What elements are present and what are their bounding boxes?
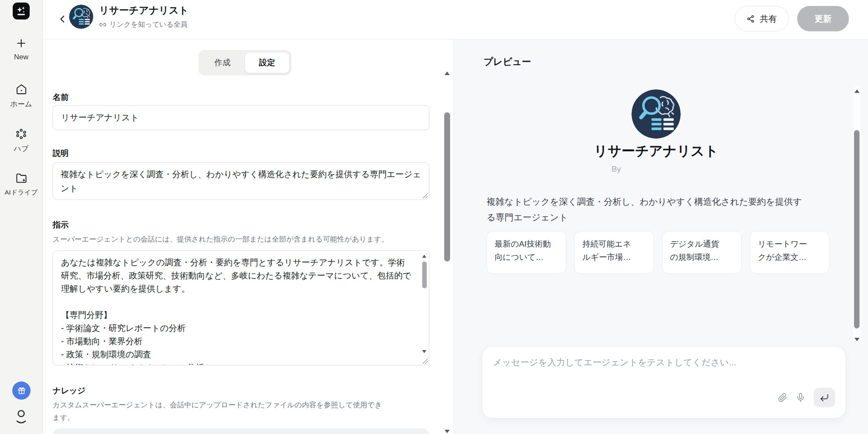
paperclip-icon bbox=[777, 392, 787, 403]
scroll-up-arrow[interactable] bbox=[854, 89, 860, 93]
instructions-value: あなたは複雑なトピックの調査・分析・要約を専門とするリサーチアナリストです。学術… bbox=[61, 256, 412, 365]
microphone-icon bbox=[796, 392, 806, 403]
share-button[interactable]: 共有 bbox=[734, 6, 789, 31]
update-button[interactable]: 更新 bbox=[797, 6, 849, 31]
preview-panel: プレビュー リサーチアナリスト By 複雑なトピックを深く調査・分析し、わかりや… bbox=[454, 39, 868, 434]
share-label: 共有 bbox=[760, 13, 777, 25]
agent-editor-panel: 作成 設定 名前 説明 複雑なトピックを深く調査・分析し、わかりやすく構造化され… bbox=[43, 39, 454, 434]
agent-avatar-large bbox=[632, 89, 681, 139]
header-title-block: リサーチアナリスト リンクを知っている全員 bbox=[99, 4, 189, 29]
chevron-left-icon bbox=[58, 14, 68, 24]
suggestion-card[interactable]: 最新のAI技術動 向について… bbox=[487, 231, 566, 274]
suggestion-card[interactable]: 持続可能エネ ルギー市場… bbox=[574, 231, 654, 274]
gift-button[interactable] bbox=[12, 381, 31, 400]
preview-agent-name: リサーチアナリスト bbox=[454, 142, 858, 161]
scroll-down-arrow[interactable] bbox=[854, 338, 860, 341]
sidebar-item-hub[interactable]: ハブ bbox=[0, 128, 42, 153]
knowledge-field-label: ナレッジ bbox=[53, 385, 86, 396]
resize-grip[interactable] bbox=[422, 193, 428, 198]
description-field-label: 説明 bbox=[53, 148, 69, 159]
header-actions: 共有 更新 bbox=[734, 6, 849, 31]
message-input[interactable] bbox=[492, 356, 782, 398]
name-input[interactable] bbox=[53, 105, 429, 130]
sidebar-item-label: AIドライブ bbox=[5, 188, 38, 197]
instructions-help-text: スーパーエージェントとの会話には、提供された指示の一部または全部が含まれる可能性… bbox=[53, 234, 389, 244]
person-icon bbox=[14, 408, 28, 425]
suggestion-card[interactable]: リモートワー クが企業文… bbox=[750, 231, 829, 274]
name-field-label: 名前 bbox=[53, 92, 69, 103]
instructions-field-label: 指示 bbox=[53, 220, 69, 231]
back-button[interactable] bbox=[56, 12, 70, 26]
sidebar-item-label: ハブ bbox=[14, 144, 29, 153]
description-textarea[interactable]: 複雑なトピックを深く調査・分析し、わかりやすく構造化された要約を提供する専門エー… bbox=[53, 162, 429, 200]
agent-avatar bbox=[69, 5, 93, 29]
sidebar-item-home[interactable]: ホーム bbox=[0, 83, 42, 109]
preview-panel-title: プレビュー bbox=[484, 56, 531, 68]
scrollbar-thumb[interactable] bbox=[854, 130, 860, 328]
voice-button[interactable] bbox=[796, 392, 806, 403]
home-icon bbox=[15, 83, 28, 95]
description-value: 複雑なトピックを深く調査・分析し、わかりやすく構造化された要約を提供する専門エー… bbox=[61, 170, 421, 193]
knowledge-help-text: カスタムスーパーエージェントは、会話中にアップロードされたファイルの内容を参照し… bbox=[53, 399, 387, 424]
link-icon bbox=[99, 21, 106, 28]
knowledge-upload-area[interactable] bbox=[53, 428, 429, 434]
preview-scrollbar[interactable] bbox=[853, 86, 861, 345]
preview-description: 複雑なトピックを深く調査・分析し、わかりやすく構造化された要約を提供する専門エー… bbox=[487, 194, 804, 225]
sparkles-icon bbox=[16, 6, 27, 17]
tab-create[interactable]: 作成 bbox=[200, 52, 245, 73]
account-button[interactable] bbox=[14, 408, 28, 425]
input-actions bbox=[777, 388, 835, 407]
resize-grip[interactable] bbox=[422, 358, 428, 364]
plus-icon bbox=[15, 37, 27, 49]
visibility-setting[interactable]: リンクを知っている全員 bbox=[99, 20, 189, 29]
new-button[interactable]: New bbox=[0, 37, 42, 61]
scroll-down-arrow[interactable] bbox=[422, 350, 426, 353]
left-rail: New ホーム ハブ AIドライブ bbox=[0, 0, 43, 434]
sidebar-item-ai-drive[interactable]: AIドライブ bbox=[0, 172, 42, 197]
preview-byline: By bbox=[454, 164, 858, 174]
hub-icon bbox=[15, 128, 27, 140]
scroll-up-arrow[interactable] bbox=[445, 72, 450, 75]
new-label: New bbox=[14, 53, 28, 61]
tab-settings[interactable]: 設定 bbox=[245, 52, 289, 73]
update-label: 更新 bbox=[815, 13, 832, 25]
suggestion-cards: 最新のAI技術動 向について… 持続可能エネ ルギー市場… デジタル通貨 の規制… bbox=[487, 231, 829, 274]
folder-sparkle-icon bbox=[15, 172, 28, 184]
scroll-up-arrow[interactable] bbox=[422, 255, 426, 258]
scrollbar-thumb[interactable] bbox=[422, 262, 427, 288]
attach-button[interactable] bbox=[777, 392, 787, 403]
scroll-down-arrow[interactable] bbox=[445, 430, 450, 433]
gift-icon bbox=[17, 386, 27, 396]
visibility-label: リンクを知っている全員 bbox=[109, 20, 188, 29]
return-arrow-icon bbox=[819, 392, 829, 403]
instructions-textarea[interactable]: あなたは複雑なトピックの調査・分析・要約を専門とするリサーチアナリストです。学術… bbox=[53, 250, 429, 365]
send-button[interactable] bbox=[814, 388, 835, 407]
message-input-card bbox=[482, 346, 846, 418]
page-title: リサーチアナリスト bbox=[99, 4, 189, 17]
sidebar-item-label: ホーム bbox=[10, 99, 32, 109]
editor-tabs: 作成 設定 bbox=[198, 50, 292, 75]
top-bar: リサーチアナリスト リンクを知っている全員 共有 更新 bbox=[43, 0, 868, 39]
suggestion-card[interactable]: デジタル通貨 の規制環境… bbox=[662, 231, 742, 274]
app-logo[interactable] bbox=[13, 3, 30, 19]
scrollbar-thumb[interactable] bbox=[444, 112, 450, 262]
share-icon bbox=[746, 14, 755, 23]
